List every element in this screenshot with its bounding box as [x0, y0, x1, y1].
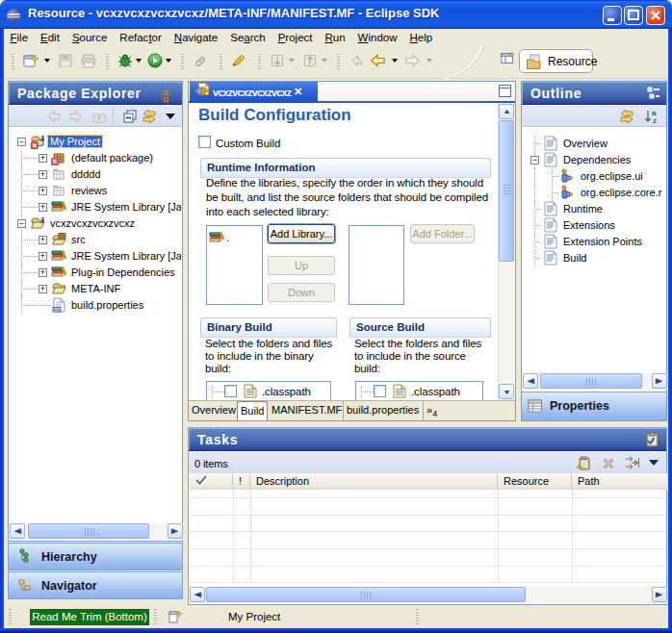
svg-text:z: z	[653, 116, 657, 125]
svg-text:J: J	[40, 215, 45, 225]
svg-text:J: J	[40, 134, 45, 143]
